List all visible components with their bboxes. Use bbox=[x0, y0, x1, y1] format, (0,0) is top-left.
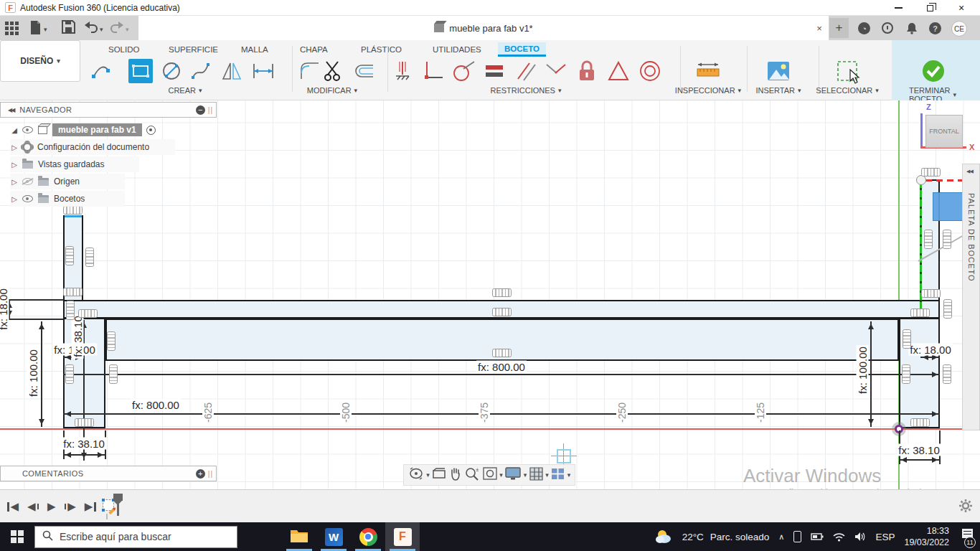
group-seleccionar[interactable]: SELECCIONAR▾ bbox=[816, 86, 878, 95]
document-tab-close-icon[interactable]: × bbox=[811, 16, 828, 40]
document-tab[interactable]: mueble para fab v1* bbox=[138, 16, 829, 40]
notification-center-icon[interactable]: 11 bbox=[958, 527, 974, 546]
close-button[interactable]: × bbox=[946, 0, 977, 16]
undo-icon[interactable] bbox=[84, 22, 98, 36]
collapse-left-icon[interactable]: ◀◀ bbox=[8, 107, 14, 113]
panel-grip-icon[interactable]: || bbox=[208, 470, 213, 478]
dimension-label[interactable]: fx: 38.10 bbox=[897, 444, 941, 456]
mirror-tool-icon[interactable] bbox=[220, 59, 244, 83]
dimension-label[interactable]: fx: 800.00 bbox=[476, 361, 527, 373]
battery-icon[interactable] bbox=[811, 532, 824, 541]
zoom-fit-icon[interactable] bbox=[483, 467, 497, 483]
maximize-button[interactable] bbox=[914, 0, 946, 16]
redo-caret-icon[interactable]: ▾ bbox=[126, 26, 129, 33]
constraint-icon[interactable] bbox=[921, 168, 941, 176]
taskbar-chrome[interactable] bbox=[351, 522, 385, 551]
activate-component-icon[interactable] bbox=[146, 126, 156, 135]
timeline-gear-icon[interactable] bbox=[958, 499, 973, 516]
file-menu-caret-icon[interactable]: ▾ bbox=[44, 26, 47, 33]
chevron-down-icon[interactable]: ▾ bbox=[545, 471, 549, 479]
expand-icon[interactable]: ▷ bbox=[10, 195, 19, 203]
tab-superficie[interactable]: SUPERFICIE bbox=[162, 42, 225, 57]
undo-caret-icon[interactable]: ▾ bbox=[100, 26, 103, 33]
save-icon[interactable] bbox=[62, 20, 75, 37]
constraint-icon[interactable] bbox=[902, 364, 910, 384]
keyboard-language[interactable]: ESP bbox=[875, 532, 895, 542]
notifications-bell-icon[interactable] bbox=[905, 22, 918, 37]
app-grid-icon[interactable] bbox=[4, 21, 19, 38]
zoom-icon[interactable]: ± bbox=[464, 466, 480, 484]
file-menu-icon[interactable] bbox=[29, 20, 42, 38]
circle-tool-icon[interactable] bbox=[159, 59, 184, 83]
taskbar-word[interactable]: W bbox=[316, 522, 351, 551]
group-restricciones[interactable]: RESTRICCIONES▾ bbox=[491, 86, 562, 95]
constraint-concentric-icon[interactable] bbox=[638, 59, 662, 83]
x-axis-line[interactable] bbox=[0, 428, 962, 430]
spline-tool-icon[interactable] bbox=[189, 59, 214, 83]
design-workspace-selector[interactable]: DISEÑO▾ bbox=[0, 40, 80, 82]
constraint-icon[interactable] bbox=[903, 329, 911, 349]
dimension-label[interactable]: fx: 100.00 bbox=[27, 348, 39, 398]
constraint-icon[interactable] bbox=[65, 364, 74, 384]
constraint-icon[interactable] bbox=[65, 246, 74, 265]
chevron-down-icon[interactable]: ▾ bbox=[426, 471, 430, 479]
constraint-icon[interactable] bbox=[107, 331, 116, 351]
display-settings-icon[interactable] bbox=[505, 467, 521, 483]
constraint-icon[interactable] bbox=[943, 230, 951, 249]
sketch-point[interactable] bbox=[916, 175, 926, 185]
panel-plus-icon[interactable]: + bbox=[196, 469, 205, 479]
timeline-go-start-button[interactable]: ◀ bbox=[7, 500, 19, 513]
constraint-icon[interactable] bbox=[75, 418, 94, 427]
look-at-icon[interactable] bbox=[432, 467, 446, 483]
timeline-go-end-button[interactable]: ▶ bbox=[85, 500, 96, 513]
tree-item-origin[interactable]: ▷ Origen bbox=[10, 174, 125, 189]
constraint-icon[interactable] bbox=[492, 349, 512, 357]
tab-solido[interactable]: SOLIDO bbox=[102, 42, 146, 57]
visibility-eye-icon[interactable] bbox=[22, 126, 33, 133]
trim-scissors-icon[interactable] bbox=[320, 59, 344, 83]
constraint-icon[interactable] bbox=[910, 309, 930, 317]
tab-boceto[interactable]: BOCETO bbox=[498, 42, 546, 57]
selected-edge-highlight[interactable] bbox=[65, 215, 82, 217]
weather-icon[interactable] bbox=[654, 529, 673, 545]
sketch-palette-collapsed[interactable]: ◀◀ PALETA DE BOCETO bbox=[962, 164, 980, 430]
tab-plastico[interactable]: PLÁSTICO bbox=[354, 42, 408, 57]
your-phone-icon[interactable] bbox=[793, 531, 801, 542]
tree-item-saved-views[interactable]: ▷ Vistas guardadas bbox=[10, 156, 139, 172]
constraint-icon[interactable] bbox=[66, 301, 75, 320]
dimension-label[interactable]: fx: 18.00 bbox=[908, 344, 953, 356]
expand-icon[interactable]: ▷ bbox=[10, 161, 19, 169]
constraint-fix-icon[interactable] bbox=[390, 59, 415, 83]
comments-header[interactable]: COMENTARIOS + || bbox=[0, 466, 217, 481]
panel-grip-icon[interactable]: || bbox=[208, 106, 213, 114]
new-document-tab-button[interactable]: + bbox=[829, 18, 849, 38]
expand-icon[interactable]: ▷ bbox=[10, 178, 19, 186]
constraint-equal-icon[interactable] bbox=[482, 59, 507, 83]
tab-utilidades[interactable]: UTILIDADES bbox=[426, 42, 488, 57]
constraint-lock-icon[interactable] bbox=[575, 59, 599, 83]
insert-image-icon[interactable] bbox=[766, 59, 791, 83]
constraint-icon[interactable] bbox=[921, 289, 941, 298]
redo-icon[interactable] bbox=[110, 22, 124, 36]
timeline-step-forward-button[interactable]: ▶ bbox=[65, 500, 76, 513]
offset-tool-icon[interactable] bbox=[351, 59, 375, 83]
constraint-icon[interactable] bbox=[910, 418, 930, 427]
constraint-parallel-icon[interactable] bbox=[514, 59, 538, 83]
chevron-down-icon[interactable]: ▾ bbox=[524, 471, 527, 479]
panel-minus-icon[interactable]: − bbox=[196, 105, 205, 115]
visibility-eye-off-icon[interactable] bbox=[22, 178, 33, 185]
expand-icon[interactable]: ▷ bbox=[10, 143, 19, 151]
weather-desc[interactable]: Parc. soleado bbox=[710, 532, 770, 542]
weather-temp[interactable]: 22°C bbox=[682, 532, 704, 542]
grid-settings-icon[interactable] bbox=[529, 467, 543, 484]
constraint-vertical-horizontal-icon[interactable] bbox=[421, 59, 446, 83]
constraint-icon[interactable] bbox=[78, 309, 98, 318]
timeline-step-back-button[interactable]: ◀ bbox=[27, 500, 39, 513]
tree-root-label[interactable]: mueble para fab v1 bbox=[52, 123, 142, 136]
extensions-icon[interactable]: ◔ bbox=[858, 22, 870, 34]
tab-chapa[interactable]: CHAPA bbox=[293, 42, 334, 57]
user-avatar[interactable]: CE bbox=[951, 21, 967, 37]
viewports-icon[interactable] bbox=[551, 468, 565, 483]
constraint-icon[interactable] bbox=[85, 248, 94, 267]
taskbar-search-input[interactable]: Escribe aquí para buscar bbox=[34, 526, 237, 548]
